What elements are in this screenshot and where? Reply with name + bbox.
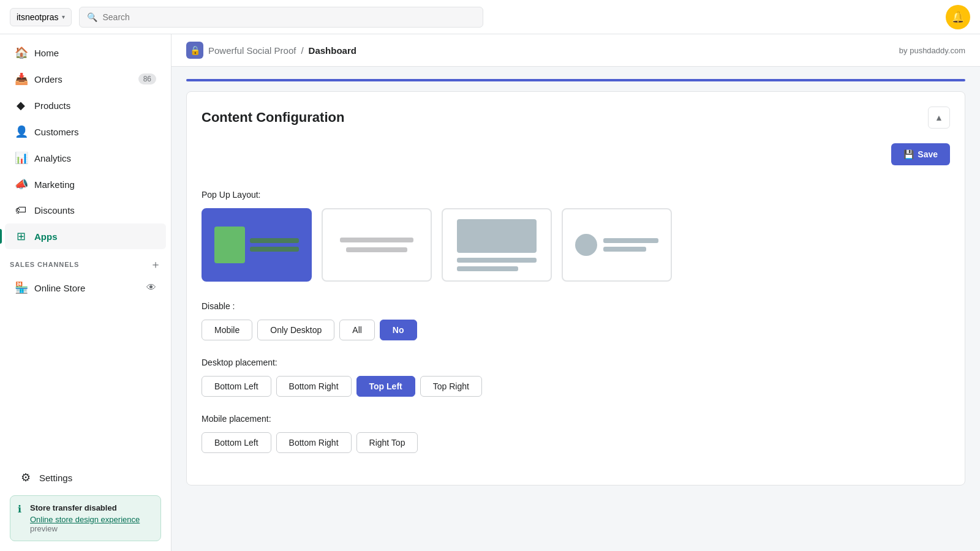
- layout-line-1: [250, 238, 299, 243]
- layout-preview-3: [457, 219, 537, 271]
- layout-lines: [457, 258, 537, 271]
- disable-desktop-button[interactable]: Only Desktop: [257, 320, 334, 340]
- search-bar: 🔍: [79, 7, 483, 28]
- sidebar-item-label: Apps: [34, 231, 58, 242]
- sidebar-item-orders[interactable]: 📥 Orders 86: [5, 66, 166, 92]
- online-store-visibility-icon[interactable]: 👁: [146, 282, 156, 293]
- transfer-notice-link[interactable]: Online store design experience: [30, 515, 140, 524]
- card-title: Content Configuration: [202, 110, 344, 126]
- desktop-placement-section: Desktop placement: Bottom Left Bottom Ri…: [202, 358, 950, 397]
- sidebar-item-apps[interactable]: ⊞ Apps: [5, 223, 166, 249]
- save-label: Save: [918, 149, 938, 159]
- sidebar: 🏠 Home 📥 Orders 86 ◆ Products 👤 Customer…: [0, 34, 172, 551]
- layout-options: [202, 208, 950, 282]
- search-input[interactable]: [102, 12, 475, 22]
- layout-option-2[interactable]: [322, 208, 432, 282]
- placement-top-right-button[interactable]: Top Right: [420, 376, 482, 397]
- layout-option-4[interactable]: [562, 208, 672, 282]
- sidebar-item-analytics[interactable]: 📊 Analytics: [5, 145, 166, 171]
- customers-icon: 👤: [15, 125, 27, 138]
- progress-bar: [186, 79, 965, 81]
- layout-line-1: [340, 238, 413, 242]
- card-header: Content Configuration ▲: [202, 107, 950, 129]
- orders-icon: 📥: [15, 72, 27, 86]
- layout-image-placeholder: [214, 227, 245, 263]
- disable-mobile-button[interactable]: Mobile: [202, 320, 252, 340]
- main-layout: 🏠 Home 📥 Orders 86 ◆ Products 👤 Customer…: [0, 34, 980, 551]
- mobile-bottom-right-button[interactable]: Bottom Right: [276, 432, 352, 453]
- apps-icon: ⊞: [15, 230, 27, 243]
- layout-lines: [603, 238, 658, 252]
- sidebar-item-products[interactable]: ◆ Products: [5, 92, 166, 118]
- content-configuration-card: Content Configuration ▲ 💾 Save Pop Up La…: [186, 91, 965, 485]
- home-icon: 🏠: [15, 46, 27, 59]
- desktop-placement-label: Desktop placement:: [202, 358, 950, 367]
- layout-option-3[interactable]: [442, 208, 552, 282]
- sidebar-item-online-store[interactable]: 🏪 Online Store 👁: [5, 275, 166, 301]
- placement-bottom-right-button[interactable]: Bottom Right: [276, 376, 352, 397]
- disable-all-button[interactable]: All: [339, 320, 375, 340]
- analytics-icon: 📊: [15, 151, 27, 165]
- sales-channels-section: SALES CHANNELS ＋: [0, 250, 171, 274]
- popup-layout-section: Pop Up Layout:: [202, 190, 950, 282]
- layout-preview-2: [340, 238, 413, 252]
- layout-circle-placeholder: [575, 234, 597, 256]
- add-sales-channel-button[interactable]: ＋: [150, 257, 161, 272]
- online-store-icon: 🏪: [15, 281, 27, 294]
- breadcrumb-separator: /: [301, 45, 303, 56]
- mobile-placement-label: Mobile placement:: [202, 414, 950, 424]
- layout-preview-1: [214, 227, 299, 263]
- transfer-notice: ℹ Store transfer disabled Online store d…: [10, 495, 161, 541]
- topbar: itsneotpras ▾ 🔍 🔔: [0, 0, 980, 34]
- breadcrumb-bar: 🔒 Powerful Social Proof / Dashboard by p…: [172, 34, 980, 67]
- notification-bell-button[interactable]: 🔔: [946, 5, 970, 29]
- breadcrumb-current-page: Dashboard: [309, 45, 356, 56]
- layout-option-1[interactable]: [202, 208, 312, 282]
- sidebar-item-label: Online Store: [34, 283, 85, 293]
- layout-line-1: [457, 258, 537, 263]
- sidebar-item-home[interactable]: 🏠 Home: [5, 40, 166, 66]
- collapse-button[interactable]: ▲: [928, 107, 950, 129]
- store-name: itsneotpras: [17, 12, 58, 22]
- save-button[interactable]: 💾 Save: [891, 143, 950, 165]
- sidebar-item-settings[interactable]: ⚙ Settings: [10, 465, 161, 490]
- info-icon: ℹ: [18, 503, 21, 515]
- sidebar-item-marketing[interactable]: 📣 Marketing: [5, 171, 166, 197]
- mobile-bottom-left-button[interactable]: Bottom Left: [202, 432, 271, 453]
- store-selector[interactable]: itsneotpras ▾: [10, 8, 72, 26]
- transfer-notice-preview-text: preview: [30, 524, 58, 533]
- placement-top-left-button[interactable]: Top Left: [356, 376, 415, 397]
- sidebar-bottom: ⚙ Settings ℹ Store transfer disabled Onl…: [0, 459, 171, 551]
- layout-line-2: [250, 247, 299, 252]
- layout-image-placeholder: [457, 219, 537, 253]
- topbar-right: 🔔: [946, 5, 970, 29]
- layout-line-2: [603, 247, 646, 252]
- save-icon: 💾: [903, 149, 914, 159]
- disable-options: Mobile Only Desktop All No: [202, 320, 950, 340]
- disable-section: Disable : Mobile Only Desktop All No: [202, 301, 950, 340]
- content-area: 🔒 Powerful Social Proof / Dashboard by p…: [172, 34, 980, 551]
- marketing-icon: 📣: [15, 178, 27, 191]
- mobile-right-top-button[interactable]: Right Top: [356, 432, 418, 453]
- page-content: Content Configuration ▲ 💾 Save Pop Up La…: [172, 67, 980, 510]
- products-icon: ◆: [15, 99, 27, 112]
- mobile-placement-options: Bottom Left Bottom Right Right Top: [202, 432, 950, 453]
- app-icon-symbol: 🔒: [190, 45, 200, 55]
- sidebar-item-customers[interactable]: 👤 Customers: [5, 119, 166, 144]
- transfer-notice-title: Store transfer disabled: [30, 503, 153, 512]
- layout-line-1: [603, 238, 658, 243]
- sidebar-item-discounts[interactable]: 🏷 Discounts: [5, 198, 166, 223]
- sidebar-item-label: Orders: [34, 74, 62, 84]
- app-icon: 🔒: [186, 42, 203, 59]
- settings-icon: ⚙: [20, 471, 32, 484]
- sidebar-item-label: Customers: [34, 127, 79, 137]
- chevron-down-icon: ▾: [62, 13, 65, 20]
- sidebar-item-label: Products: [34, 100, 70, 111]
- sidebar-item-label: Marketing: [34, 179, 75, 190]
- sidebar-item-label: Settings: [39, 473, 72, 483]
- disable-no-button[interactable]: No: [380, 320, 417, 340]
- breadcrumb-app-name[interactable]: Powerful Social Proof: [208, 45, 296, 56]
- placement-bottom-left-button[interactable]: Bottom Left: [202, 376, 271, 397]
- layout-lines: [250, 238, 299, 252]
- layout-preview-4: [575, 234, 658, 256]
